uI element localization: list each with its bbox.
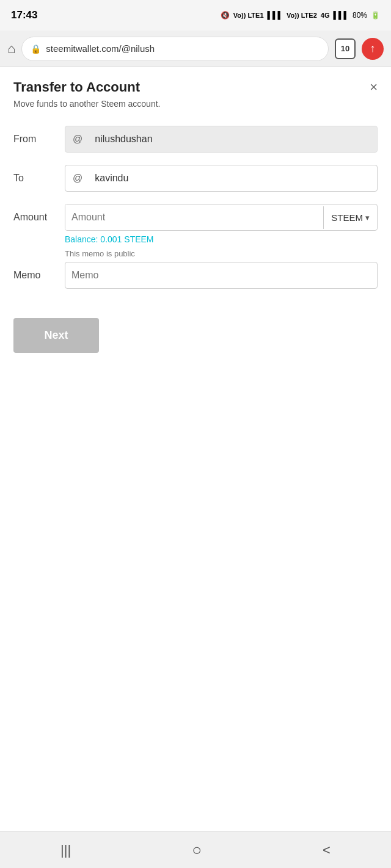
from-input-wrapper: @ — [65, 126, 378, 153]
memo-input[interactable] — [65, 262, 377, 288]
to-input-wrapper: @ — [65, 165, 378, 192]
chevron-down-icon: ▾ — [365, 213, 370, 222]
modal-header: Transfer to Account × — [13, 79, 378, 95]
memo-input-wrapper — [65, 262, 378, 289]
to-row: To @ — [13, 165, 378, 192]
from-input[interactable] — [90, 126, 377, 152]
from-label: From — [13, 134, 56, 145]
lte-icon: Vo)) LTE1 — [233, 12, 264, 19]
status-icons: 🔇 Vo)) LTE1 ▌▌▌ Vo)) LTE2 4G ▌▌▌ 80% 🔋 — [221, 11, 380, 20]
amount-label: Amount — [13, 212, 56, 223]
back-nav-icon[interactable]: < — [323, 842, 331, 858]
content-area — [0, 617, 391, 868]
amount-row: Amount STEEM ▾ — [13, 204, 378, 231]
amount-input-group: STEEM ▾ — [65, 204, 378, 231]
bottom-nav: ||| ○ < — [0, 831, 391, 868]
status-time: 17:43 — [11, 9, 37, 21]
status-bar: 17:43 🔇 Vo)) LTE1 ▌▌▌ Vo)) LTE2 4G ▌▌▌ 8… — [0, 0, 391, 31]
signal-icon: 🔇 — [221, 11, 230, 20]
to-input[interactable] — [90, 165, 377, 191]
battery-icon: 🔋 — [371, 11, 380, 20]
main-content: Transfer to Account × Move funds to anot… — [0, 67, 391, 617]
from-row: From @ — [13, 126, 378, 153]
battery-percent: 80% — [353, 11, 367, 20]
amount-section: Amount STEEM ▾ Balance: 0.001 STEEM — [13, 204, 378, 244]
signal-bars2: ▌▌▌ — [333, 11, 349, 20]
amount-input[interactable] — [65, 204, 323, 230]
currency-label: STEEM — [331, 212, 363, 223]
tab-count-badge[interactable]: 10 — [335, 38, 356, 59]
upload-button[interactable]: ↑ — [362, 38, 384, 60]
menu-nav-icon[interactable]: ||| — [60, 842, 71, 858]
url-bar[interactable]: 🔒 steemitwallet.com/@nilush — [21, 37, 329, 61]
lte2-icon: Vo)) LTE2 — [287, 12, 317, 19]
modal-subtitle: Move funds to another Steem account. — [13, 99, 378, 109]
to-at-prefix: @ — [65, 173, 90, 183]
close-button[interactable]: × — [370, 81, 378, 94]
to-label: To — [13, 173, 56, 184]
url-text: steemitwallet.com/@nilush — [46, 43, 320, 54]
browser-bar: ⌂ 🔒 steemitwallet.com/@nilush 10 ↑ — [0, 31, 391, 67]
balance-text: Balance: 0.001 STEEM — [65, 234, 378, 244]
4g-icon: 4G — [321, 12, 330, 19]
from-at-prefix: @ — [65, 134, 90, 144]
modal-title: Transfer to Account — [13, 79, 140, 95]
memo-row: Memo — [13, 262, 378, 289]
signal-bars: ▌▌▌ — [268, 11, 283, 20]
memo-note: This memo is public — [65, 249, 378, 258]
memo-label: Memo — [13, 270, 56, 281]
home-icon[interactable]: ⌂ — [7, 41, 15, 57]
currency-dropdown[interactable]: STEEM ▾ — [323, 206, 377, 229]
next-button[interactable]: Next — [13, 318, 99, 353]
home-nav-icon[interactable]: ○ — [192, 841, 202, 859]
lock-icon: 🔒 — [31, 44, 41, 54]
